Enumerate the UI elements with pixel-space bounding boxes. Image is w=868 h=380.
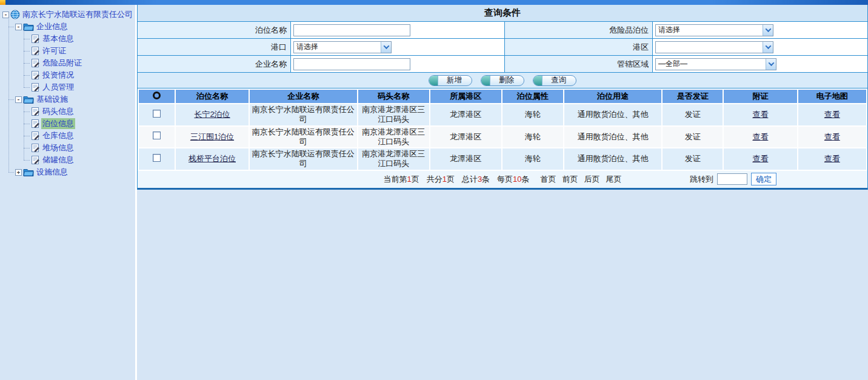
folder-icon: [23, 22, 34, 31]
tree-connector: [24, 39, 30, 39]
search-button[interactable]: 查询: [533, 75, 576, 86]
tree-item-label[interactable]: 人员管理: [41, 82, 75, 93]
chevron-down-icon[interactable]: [763, 42, 773, 53]
company-cell: 南京长宁水陆联运有限责任公司: [249, 104, 358, 126]
tree-item-label[interactable]: 码头信息: [41, 106, 75, 117]
pagination-summary: 当前第1页 共分1页 总计3条 每页10条 首页 前页 后页 尾页: [383, 174, 621, 185]
tree-group-label[interactable]: 设施信息: [35, 167, 69, 178]
toolbar: 新增 删除 查询: [138, 73, 867, 88]
page-edit-icon: [31, 34, 40, 44]
tree-item-label[interactable]: 仓库信息: [41, 130, 75, 141]
company-name-input[interactable]: [293, 58, 410, 70]
add-button[interactable]: 新增: [429, 75, 472, 86]
row-checkbox[interactable]: [153, 110, 161, 118]
tree-item-tank-info[interactable]: 储罐信息: [33, 154, 135, 166]
tree-item-label-selected[interactable]: 泊位信息: [41, 118, 75, 129]
berth-name-link[interactable]: 长宁2泊位: [194, 110, 230, 119]
berth-name-cell: [291, 22, 505, 39]
tree-item-label[interactable]: 储罐信息: [41, 155, 75, 165]
tree-connector: [24, 75, 30, 76]
tree-group-company-info[interactable]: - 企业信息: [17, 21, 135, 33]
attachment-view-link[interactable]: 查看: [752, 110, 768, 119]
tree-item-label[interactable]: 投资情况: [41, 70, 75, 81]
chevron-down-icon[interactable]: [381, 42, 391, 53]
tree-expander-infrastructure[interactable]: -: [15, 96, 22, 103]
tree-item-warehouse-info[interactable]: 仓库信息: [33, 130, 135, 142]
row-checkbox[interactable]: [153, 132, 161, 139]
tree-item-label[interactable]: 危险品附证: [41, 58, 83, 68]
tree-item-label[interactable]: 基本信息: [41, 33, 75, 44]
port-area-cell: [653, 39, 867, 56]
company-name-label: 企业名称: [138, 56, 291, 73]
attachment-view-link[interactable]: 查看: [752, 154, 768, 163]
page-edit-icon: [31, 143, 40, 153]
tree-item-license[interactable]: 许可证: [33, 45, 135, 57]
select-all-icon[interactable]: [153, 92, 161, 99]
table-row: 栈桥平台泊位 南京长宁水陆联运有限责任公司 南京港龙潭港区三江口码头 龙潭港区 …: [138, 148, 867, 170]
confirm-button[interactable]: 确定: [751, 173, 776, 185]
chevron-down-icon[interactable]: [766, 59, 776, 70]
tree-connector: [24, 87, 30, 88]
tree-item-personnel[interactable]: 人员管理: [33, 81, 135, 93]
last-page-link[interactable]: 尾页: [606, 174, 622, 185]
tree-item-berth-info[interactable]: 泊位信息: [33, 118, 135, 130]
page-size-text: 每页10条: [497, 174, 529, 185]
folder-icon: [23, 168, 34, 176]
table-row: 长宁2泊位 南京长宁水陆联运有限责任公司 南京港龙潭港区三江口码头 龙潭港区 海…: [138, 104, 867, 126]
region-select[interactable]: —全部—: [655, 58, 776, 70]
port-select[interactable]: 请选择: [293, 41, 392, 53]
query-panel: 查询条件 泊位名称 危险品泊位 请选择 港口 请: [137, 5, 868, 190]
tree-item-investment[interactable]: 投资情况: [33, 69, 135, 81]
tree-connector: [24, 160, 30, 161]
hazard-berth-select[interactable]: 请选择: [655, 24, 773, 36]
jump-page-input[interactable]: [717, 173, 747, 185]
region-cell: —全部—: [653, 56, 867, 73]
select-all-header[interactable]: [138, 89, 175, 104]
tree-group-infrastructure[interactable]: - 基础设施: [17, 93, 135, 105]
tree-root-label[interactable]: 南京长宁水陆联运有限责任公司: [21, 9, 134, 20]
tree-expander-company-info[interactable]: -: [15, 24, 22, 30]
current-page-text: 当前第1页: [383, 174, 419, 185]
berth-name-link[interactable]: 栈桥平台泊位: [189, 154, 236, 163]
certified-cell: 发证: [662, 148, 723, 170]
berth-attr-cell: 海轮: [502, 148, 564, 170]
col-certified: 是否发证: [662, 89, 723, 104]
chevron-down-icon[interactable]: [763, 25, 773, 36]
top-bar-accent: [0, 0, 5, 5]
table-header-row: 泊位名称 企业名称 码头名称 所属港区 泊位属性 泊位用途 是否发证 附证 电子…: [138, 89, 867, 104]
first-page-link[interactable]: 首页: [541, 174, 556, 185]
wharf-cell: 南京港龙潭港区三江口码头: [358, 104, 430, 126]
col-berth-usage: 泊位用途: [564, 89, 662, 104]
map-view-link[interactable]: 查看: [824, 154, 840, 163]
tree-root[interactable]: - 南京长宁水陆联运有限责任公司: [2, 8, 135, 21]
hazard-berth-cell: 请选择: [653, 22, 867, 39]
table-row: 三江围1泊位 南京长宁水陆联运有限责任公司 南京港龙潭港区三江口码头 龙潭港区 …: [138, 126, 867, 148]
map-view-link[interactable]: 查看: [824, 132, 840, 141]
tree-connector: [24, 63, 30, 64]
tree-connector: [8, 172, 14, 173]
tree-item-basic-info[interactable]: 基本信息: [33, 33, 135, 45]
attachment-view-link[interactable]: 查看: [752, 132, 768, 141]
berth-name-link[interactable]: 三江围1泊位: [190, 132, 234, 141]
port-area-select[interactable]: [655, 41, 773, 53]
button-cap-icon: [533, 76, 542, 85]
tree-item-label[interactable]: 许可证: [41, 45, 67, 56]
port-area-label: 港区: [505, 39, 653, 56]
tree-expander-facility-info[interactable]: +: [15, 169, 22, 176]
berth-name-input[interactable]: [293, 24, 410, 36]
tree-item-label[interactable]: 堆场信息: [41, 142, 75, 153]
tree-expander-root[interactable]: -: [2, 12, 9, 18]
tree-item-wharf-info[interactable]: 码头信息: [33, 105, 135, 118]
tree-item-hazard-cert[interactable]: 危险品附证: [33, 57, 135, 69]
map-view-link[interactable]: 查看: [824, 110, 840, 119]
next-page-link[interactable]: 后页: [584, 174, 600, 185]
port-area-cell: 龙潭港区: [430, 126, 502, 148]
delete-button[interactable]: 删除: [481, 75, 524, 86]
col-company: 企业名称: [249, 89, 358, 104]
tree-group-label[interactable]: 企业信息: [35, 21, 69, 32]
row-checkbox[interactable]: [153, 154, 161, 162]
tree-group-label[interactable]: 基础设施: [35, 94, 69, 105]
tree-group-facility-info[interactable]: + 设施信息: [17, 166, 135, 178]
prev-page-link[interactable]: 前页: [563, 174, 578, 185]
tree-item-yard-info[interactable]: 堆场信息: [33, 142, 135, 154]
